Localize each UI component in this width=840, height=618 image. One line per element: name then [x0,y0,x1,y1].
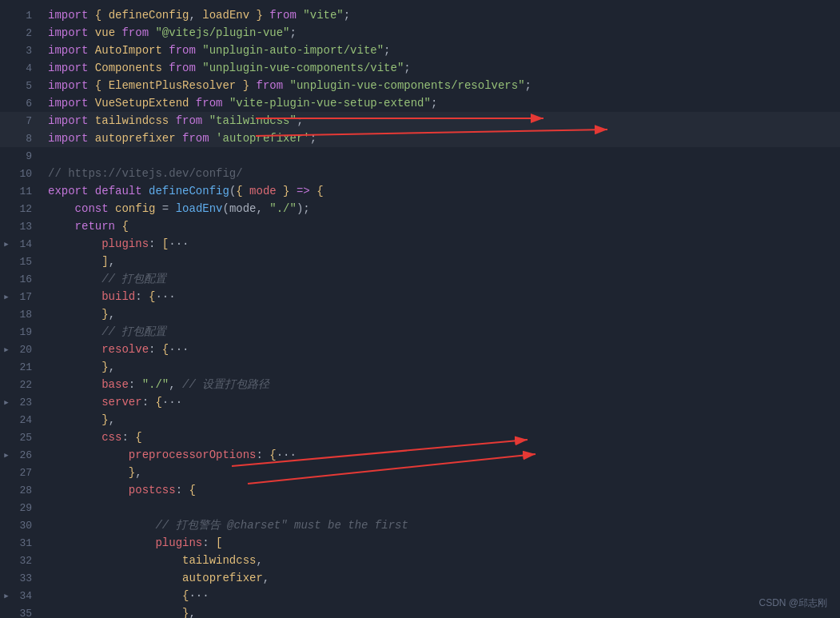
line-text: ], [45,255,840,268]
line-number: 19 [13,326,45,338]
code-line: 13 return { [0,217,840,235]
line-number: 28 [13,484,45,496]
line-number: 2 [13,27,45,39]
line-number: 15 [13,256,45,268]
line-number: 22 [13,379,45,391]
line-text: }, [45,413,840,426]
code-line: ▶20 resolve: {··· [0,341,840,358]
line-text: // https://vitejs.dev/config/ [45,167,840,180]
line-number: 9 [13,150,45,162]
line-number: 23 [13,397,45,409]
watermark: CSDN @邱志刚 [758,596,827,610]
gutter-arrow[interactable]: ▶ [0,398,13,407]
code-line: 29 [0,499,840,516]
line-text: // 打包警告 @charset" must be the first [45,518,840,532]
code-line: ▶17 build: {··· [0,288,840,305]
line-number: 26 [13,449,45,461]
code-line: 4import Components from "unplugin-vue-co… [0,59,840,77]
code-line: 16 // 打包配置 [0,270,840,288]
line-number: 25 [13,432,45,444]
code-line: 25 css: { [0,429,840,446]
gutter-arrow[interactable]: ▶ [0,451,13,460]
line-text: // 打包配置 [45,325,840,339]
line-text: server: {··· [45,396,840,409]
line-number: 1 [13,10,45,22]
code-line: 15 ], [0,253,840,270]
line-text: const config = loadEnv(mode, "./"); [45,202,840,215]
code-line: 18 }, [0,305,840,323]
code-line: 7import tailwindcss from "tailwindcss"; [0,112,840,130]
code-line: 2import vue from "@vitejs/plugin-vue"; [0,24,840,42]
code-line: 11export default defineConfig({ mode } =… [0,182,840,200]
code-line: 1import { defineConfig, loadEnv } from "… [0,6,840,24]
line-text: css: { [45,431,840,444]
line-text: tailwindcss, [45,554,840,567]
line-text: import AutoImport from "unplugin-auto-im… [45,44,840,57]
line-text: base: "./", // 设置打包路径 [45,377,840,392]
line-text: }, [45,361,840,373]
line-number: 27 [13,467,45,479]
line-number: 8 [13,133,45,145]
line-text: import vue from "@vitejs/plugin-vue"; [45,26,840,39]
line-number: 35 [13,608,45,619]
line-number: 5 [13,80,45,92]
line-number: 29 [13,502,45,514]
line-number: 33 [13,572,45,584]
line-number: 11 [13,185,45,197]
line-number: 13 [13,221,45,233]
line-text: export default defineConfig({ mode } => … [45,185,840,197]
code-line: ▶14 plugins: [··· [0,235,840,253]
line-text: import { ElementPlusResolver } from "unp… [45,79,840,92]
line-text: import VueSetupExtend from "vite-plugin-… [45,97,840,110]
gutter-arrow[interactable]: ▶ [0,592,13,600]
code-line: 9 [0,147,840,165]
code-line: 32 tailwindcss, [0,552,840,569]
gutter-arrow[interactable]: ▶ [0,240,13,249]
code-line: 3import AutoImport from "unplugin-auto-i… [0,42,840,59]
line-number: 7 [13,115,45,127]
line-number: 14 [13,238,45,250]
code-line: 22 base: "./", // 设置打包路径 [0,376,840,393]
line-number: 21 [13,361,45,373]
line-number: 17 [13,291,45,303]
line-text: }, [45,607,840,618]
code-line: 31 plugins: [ [0,534,840,552]
line-number: 6 [13,98,45,110]
code-line: 5import { ElementPlusResolver } from "un… [0,77,840,94]
line-text: import Components from "unplugin-vue-com… [45,62,840,74]
code-line: 30 // 打包警告 @charset" must be the first [0,516,840,534]
code-line: 21 }, [0,358,840,376]
line-text: import { defineConfig, loadEnv } from "v… [45,9,840,22]
code-editor: 1import { defineConfig, loadEnv } from "… [0,0,840,618]
line-text: import autoprefixer from 'autoprefixer'; [45,132,840,145]
line-number: 31 [13,537,45,549]
code-line: 12 const config = loadEnv(mode, "./"); [0,200,840,217]
line-text: plugins: [··· [45,237,840,250]
code-line: 24 }, [0,411,840,429]
code-line: 35 }, [0,604,840,618]
line-number: 16 [13,273,45,285]
gutter-arrow[interactable]: ▶ [0,293,13,301]
code-lines: 1import { defineConfig, loadEnv } from "… [0,6,840,618]
code-line: 28 postcss: { [0,481,840,499]
code-line: 6import VueSetupExtend from "vite-plugin… [0,94,840,112]
line-text: import tailwindcss from "tailwindcss"; [45,114,840,127]
code-line: 33 autoprefixer, [0,569,840,587]
line-number: 12 [13,203,45,215]
line-text: }, [45,308,840,321]
code-line: ▶26 preprocessorOptions: {··· [0,446,840,464]
line-text: autoprefixer, [45,572,840,584]
code-line: 27 }, [0,464,840,481]
line-text: preprocessorOptions: {··· [45,449,840,461]
line-text: plugins: [ [45,536,840,549]
gutter-arrow[interactable]: ▶ [0,345,13,354]
line-number: 3 [13,45,45,57]
line-text: return { [45,220,840,233]
code-line: 8import autoprefixer from 'autoprefixer'… [0,130,840,147]
line-text: // 打包配置 [45,272,840,286]
line-number: 32 [13,555,45,567]
line-number: 4 [13,62,45,74]
code-line: 10// https://vitejs.dev/config/ [0,165,840,182]
line-number: 20 [13,344,45,356]
line-text: postcss: { [45,484,840,496]
